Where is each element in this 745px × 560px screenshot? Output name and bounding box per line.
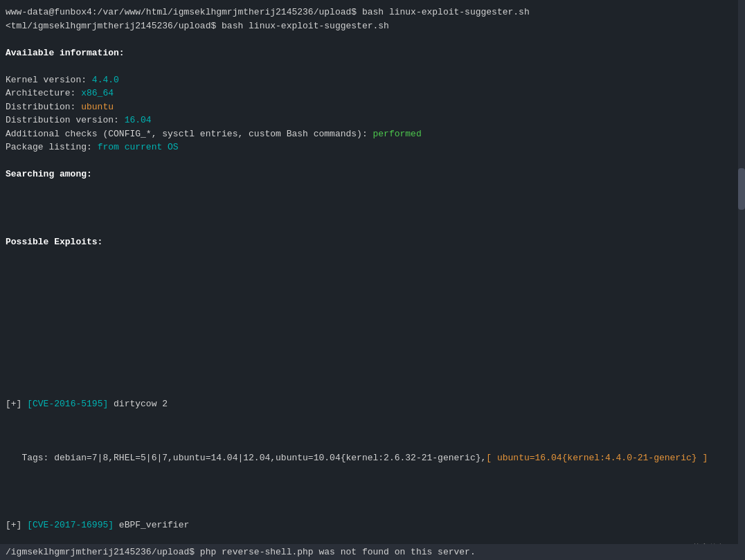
terminal-line bbox=[6, 60, 737, 73]
scrollbar-thumb[interactable] bbox=[738, 168, 745, 210]
terminal-line bbox=[6, 208, 737, 222]
terminal-line bbox=[6, 424, 737, 438]
terminal-line bbox=[6, 437, 737, 451]
terminal-line bbox=[6, 262, 737, 276]
terminal: www-data@funbox4:/var/www/html/igmseklhg… bbox=[0, 0, 745, 560]
terminal-line: <tml/igmseklhgmrjmtherij2145236/upload$ … bbox=[6, 19, 737, 33]
terminal-line bbox=[6, 343, 737, 357]
terminal-line bbox=[6, 154, 737, 168]
terminal-line: Searching among: bbox=[6, 168, 737, 181]
terminal-line: Tags: debian=7|8,RHEL=5|6|7,ubuntu=14.04… bbox=[6, 451, 737, 465]
terminal-line: Possible Exploits: bbox=[6, 235, 737, 249]
terminal-line bbox=[6, 316, 737, 330]
terminal-line bbox=[6, 222, 737, 235]
terminal-line: Kernel version: 4.4.0 bbox=[6, 73, 737, 87]
terminal-line bbox=[6, 478, 737, 492]
bottom-line: /igmseklhgmrjmtherij2145236/upload$ php … bbox=[0, 544, 745, 561]
terminal-line: www-data@funbox4:/var/www/html/igmseklhg… bbox=[6, 6, 737, 19]
terminal-line bbox=[6, 356, 737, 370]
terminal-line: Available information: bbox=[6, 46, 737, 60]
terminal-line bbox=[6, 33, 737, 46]
scrollbar[interactable] bbox=[738, 0, 745, 560]
terminal-line bbox=[6, 289, 737, 303]
terminal-line bbox=[6, 464, 737, 478]
terminal-content: www-data@funbox4:/var/www/html/igmseklhg… bbox=[6, 6, 737, 532]
terminal-line: Distribution: ubuntu bbox=[6, 100, 737, 114]
terminal-line: Additional checks (CONFIG_*, sysctl entr… bbox=[6, 127, 737, 141]
terminal-line bbox=[6, 329, 737, 343]
terminal-line bbox=[6, 181, 737, 195]
terminal-line: [+] [CVE-2016-5195] dirtycow 2 bbox=[6, 397, 737, 411]
terminal-line bbox=[6, 195, 737, 208]
terminal-line: Distribution version: 16.04 bbox=[6, 114, 737, 127]
terminal-line bbox=[6, 249, 737, 262]
terminal-line bbox=[6, 370, 737, 384]
terminal-line bbox=[6, 383, 737, 397]
terminal-line bbox=[6, 276, 737, 289]
terminal-line bbox=[6, 410, 737, 424]
terminal-line: Package listing: from current OS bbox=[6, 141, 737, 154]
terminal-line: [+] [CVE-2017-16995] eBPF_verifier bbox=[6, 518, 737, 532]
terminal-line: Architecture: x86_64 bbox=[6, 87, 737, 100]
terminal-line bbox=[6, 302, 737, 316]
terminal-line bbox=[6, 505, 737, 519]
terminal-line bbox=[6, 491, 737, 505]
